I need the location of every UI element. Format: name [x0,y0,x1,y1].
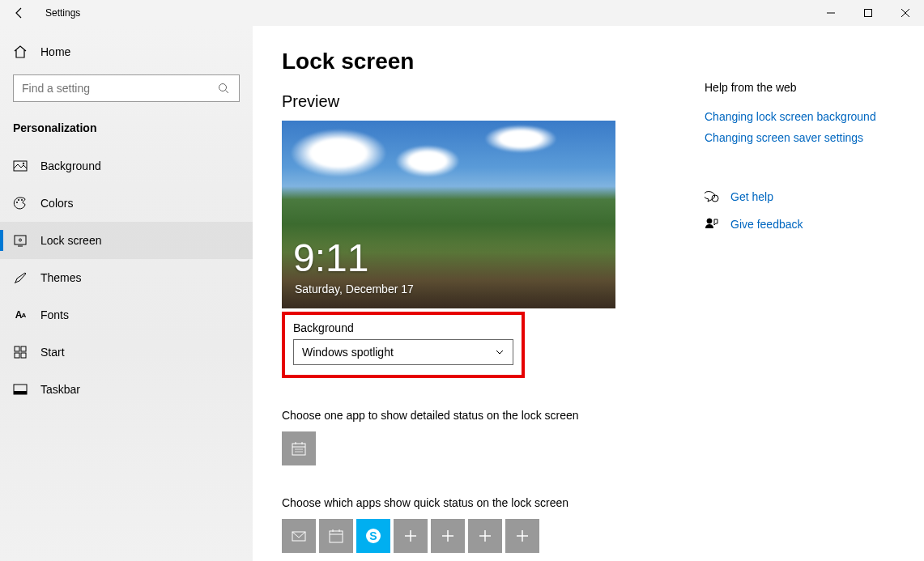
svg-line-5 [226,91,229,94]
sidebar-item-background[interactable]: Background [0,147,253,185]
search-input-wrap[interactable] [13,74,240,102]
minimize-button[interactable] [812,0,849,26]
chevron-down-icon [495,347,505,357]
svg-point-7 [23,163,24,164]
brush-icon [13,270,28,285]
quick-app-skype[interactable]: S [356,519,390,553]
svg-rect-17 [21,353,26,358]
feedback-link[interactable]: Give feedback [730,218,803,231]
quick-app-mail[interactable] [282,519,316,553]
page-title: Lock screen [282,49,895,74]
get-help-link[interactable]: Get help [730,190,773,203]
svg-point-9 [18,199,19,201]
svg-rect-1 [865,10,872,17]
sidebar-category: Personalization [0,115,253,147]
preview-date: Saturday, December 17 [295,283,414,295]
sidebar-item-label: Lock screen [40,234,101,247]
sidebar-item-themes[interactable]: Themes [0,259,253,296]
back-button[interactable] [0,0,39,26]
quick-app-add-1[interactable] [394,519,428,553]
quick-apps-label: Choose which apps show quick status on t… [282,496,895,509]
svg-rect-16 [15,353,19,358]
quick-app-calendar[interactable] [319,519,353,553]
svg-rect-19 [14,391,27,394]
quick-app-add-2[interactable] [431,519,465,553]
palette-icon [13,196,28,210]
lock-screen-preview: 9:11 Saturday, December 17 [282,121,615,308]
sidebar-item-colors[interactable]: Colors [0,185,253,222]
home-icon [13,45,28,59]
background-highlight: Background Windows spotlight [282,312,525,378]
font-icon: AA [13,308,28,322]
feedback-icon [705,217,719,232]
svg-text:S: S [369,529,377,542]
svg-point-42 [707,219,712,223]
sidebar-home[interactable]: Home [0,36,253,68]
sidebar-item-label: Taskbar [40,383,80,396]
sidebar-item-start[interactable]: Start [0,334,253,371]
help-link-saver[interactable]: Changing screen saver settings [705,131,907,144]
sidebar-item-label: Fonts [40,308,69,321]
help-title: Help from the web [705,81,907,94]
svg-point-8 [16,202,18,203]
sidebar-item-fonts[interactable]: AA Fonts [0,296,253,334]
background-label: Background [293,321,513,334]
sidebar-item-label: Colors [40,197,73,210]
lock-screen-icon [13,233,28,248]
sidebar-home-label: Home [40,45,70,58]
taskbar-icon [13,382,28,397]
svg-rect-11 [15,236,26,244]
sidebar-item-label: Themes [40,271,82,284]
start-icon [13,345,28,359]
quick-app-add-4[interactable] [505,519,539,553]
sidebar-item-label: Start [40,346,65,359]
preview-time: 9:11 [293,239,368,278]
sidebar: Home Personalization Background Colors L… [0,26,253,561]
close-button[interactable] [887,0,924,26]
svg-rect-27 [330,531,343,542]
help-link-bg[interactable]: Changing lock screen background [705,110,907,123]
sidebar-item-lock-screen[interactable]: Lock screen [0,222,253,259]
search-icon [216,81,231,96]
svg-rect-14 [15,346,19,351]
window-title: Settings [39,7,80,19]
sidebar-item-label: Background [40,159,101,172]
svg-rect-15 [21,346,26,351]
help-pane: Help from the web Changing lock screen b… [705,81,907,232]
get-help-icon [705,189,719,204]
sidebar-item-taskbar[interactable]: Taskbar [0,371,253,408]
maximize-button[interactable] [849,0,887,26]
quick-app-add-3[interactable] [468,519,502,553]
svg-point-13 [19,239,22,241]
svg-point-10 [21,199,23,201]
detailed-app-label: Choose one app to show detailed status o… [282,409,895,422]
detailed-app-calendar[interactable] [282,431,316,465]
svg-point-4 [219,84,227,91]
background-value: Windows spotlight [302,346,394,359]
search-input[interactable] [22,82,216,95]
background-dropdown[interactable]: Windows spotlight [293,339,513,365]
image-icon [13,159,28,173]
